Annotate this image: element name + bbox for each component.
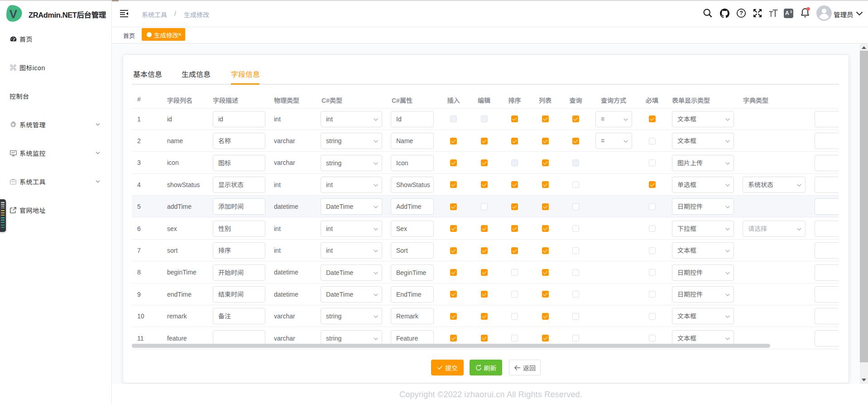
- svg-text:?: ?: [739, 10, 743, 16]
- svg-text:V: V: [10, 7, 18, 21]
